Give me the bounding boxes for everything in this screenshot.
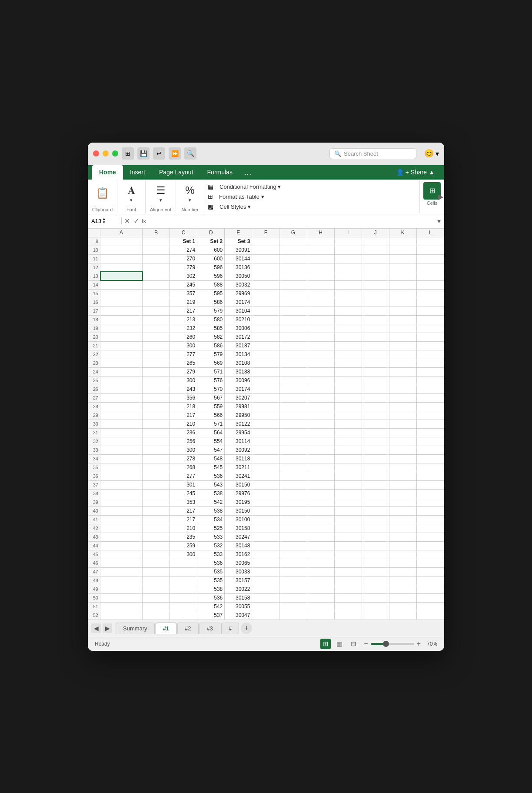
cell-j43[interactable] [362, 533, 389, 541]
cell-h52[interactable] [307, 611, 334, 620]
cell-l15[interactable] [416, 289, 444, 298]
cell-i34[interactable] [334, 454, 362, 463]
cell-h9[interactable] [307, 237, 334, 246]
cell-h44[interactable] [307, 541, 334, 550]
cell-c48[interactable] [170, 576, 197, 585]
cell-a39[interactable] [100, 498, 143, 506]
cell-c14[interactable]: 245 [170, 280, 197, 289]
cell-c49[interactable] [170, 585, 197, 593]
cell-d50[interactable]: 536 [197, 593, 225, 602]
cell-j20[interactable] [362, 333, 389, 341]
formula-expand-icon[interactable]: ▾ [437, 217, 441, 225]
cell-a25[interactable] [100, 376, 143, 385]
conditional-formatting-button[interactable]: Conditional Formatting ▾ [216, 182, 284, 191]
cell-i29[interactable] [334, 411, 362, 420]
cell-i19[interactable] [334, 324, 362, 333]
cell-a12[interactable] [100, 263, 143, 272]
cell-a30[interactable] [100, 420, 143, 428]
cell-f24[interactable] [252, 367, 279, 376]
cell-k24[interactable] [389, 367, 416, 376]
cell-h30[interactable] [307, 420, 334, 428]
cancel-formula-icon[interactable]: ✕ [124, 217, 130, 225]
maximize-button[interactable] [112, 150, 118, 157]
ribbon-expand-arrow[interactable]: ▶ [438, 193, 443, 201]
cell-f42[interactable] [252, 524, 279, 533]
cell-a38[interactable] [100, 489, 143, 498]
cell-j25[interactable] [362, 376, 389, 385]
cell-l12[interactable] [416, 263, 444, 272]
cell-k52[interactable] [389, 611, 416, 620]
cell-f47[interactable] [252, 567, 279, 576]
cell-b30[interactable] [143, 420, 170, 428]
cell-h40[interactable] [307, 506, 334, 515]
col-header-f[interactable]: F [252, 228, 279, 237]
cell-j19[interactable] [362, 324, 389, 333]
cell-e17[interactable]: 30104 [225, 307, 252, 315]
cell-i23[interactable] [334, 359, 362, 367]
cell-k11[interactable] [389, 254, 416, 263]
cell-i51[interactable] [334, 602, 362, 611]
cell-a21[interactable] [100, 341, 143, 350]
col-header-l[interactable]: L [416, 228, 444, 237]
cell-l47[interactable] [416, 567, 444, 576]
cell-c31[interactable]: 236 [170, 428, 197, 437]
cell-g52[interactable] [279, 611, 307, 620]
cell-j44[interactable] [362, 541, 389, 550]
cell-k14[interactable] [389, 280, 416, 289]
cell-k39[interactable] [389, 498, 416, 506]
cell-f12[interactable] [252, 263, 279, 272]
cell-b11[interactable] [143, 254, 170, 263]
cell-g33[interactable] [279, 446, 307, 454]
cell-l24[interactable] [416, 367, 444, 376]
cell-i50[interactable] [334, 593, 362, 602]
cell-k29[interactable] [389, 411, 416, 420]
cell-f44[interactable] [252, 541, 279, 550]
cell-e31[interactable]: 29954 [225, 428, 252, 437]
font-button[interactable]: 𝐀 ▾ [122, 183, 141, 205]
cell-l28[interactable] [416, 402, 444, 411]
cell-a10[interactable] [100, 246, 143, 254]
cell-c32[interactable]: 256 [170, 437, 197, 446]
cell-j34[interactable] [362, 454, 389, 463]
cell-d30[interactable]: 571 [197, 420, 225, 428]
cell-h47[interactable] [307, 567, 334, 576]
cell-d33[interactable]: 547 [197, 446, 225, 454]
cell-a43[interactable] [100, 533, 143, 541]
cell-j28[interactable] [362, 402, 389, 411]
cell-f40[interactable] [252, 506, 279, 515]
cell-j52[interactable] [362, 611, 389, 620]
cell-a14[interactable] [100, 280, 143, 289]
cell-j23[interactable] [362, 359, 389, 367]
cell-g46[interactable] [279, 559, 307, 567]
cell-c36[interactable]: 277 [170, 472, 197, 480]
cell-j47[interactable] [362, 567, 389, 576]
cell-a9[interactable] [100, 237, 143, 246]
cell-ref-value[interactable]: A13 [91, 218, 101, 224]
cell-e16[interactable]: 30174 [225, 298, 252, 307]
cell-d47[interactable]: 535 [197, 567, 225, 576]
cell-c18[interactable]: 213 [170, 315, 197, 324]
cell-l16[interactable] [416, 298, 444, 307]
tab-hash[interactable]: # [221, 623, 239, 634]
cell-k23[interactable] [389, 359, 416, 367]
cell-d19[interactable]: 585 [197, 324, 225, 333]
cell-k34[interactable] [389, 454, 416, 463]
cell-e36[interactable]: 30241 [225, 472, 252, 480]
cell-e38[interactable]: 29976 [225, 489, 252, 498]
cell-a31[interactable] [100, 428, 143, 437]
cell-c29[interactable]: 217 [170, 411, 197, 420]
cell-c17[interactable]: 217 [170, 307, 197, 315]
zoom-slider[interactable] [371, 643, 414, 645]
cell-f41[interactable] [252, 515, 279, 524]
cell-a41[interactable] [100, 515, 143, 524]
cell-k16[interactable] [389, 298, 416, 307]
cell-b46[interactable] [143, 559, 170, 567]
cell-e35[interactable]: 30211 [225, 463, 252, 472]
cell-d23[interactable]: 569 [197, 359, 225, 367]
cell-g36[interactable] [279, 472, 307, 480]
save-icon[interactable]: 💾 [137, 147, 150, 160]
cell-d42[interactable]: 525 [197, 524, 225, 533]
cell-i43[interactable] [334, 533, 362, 541]
cell-a26[interactable] [100, 385, 143, 393]
tab-page-layout[interactable]: Page Layout [152, 165, 200, 180]
